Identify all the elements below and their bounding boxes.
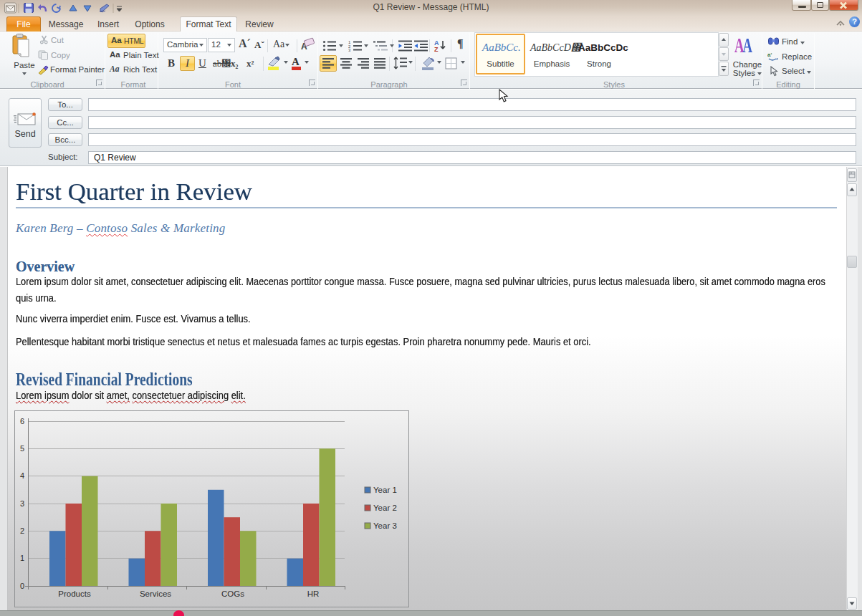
svg-text:Products: Products <box>58 589 91 598</box>
svg-text:Z: Z <box>434 46 439 52</box>
svg-text:0: 0 <box>20 582 24 590</box>
svg-text:5: 5 <box>20 444 24 453</box>
svg-text:2: 2 <box>20 526 24 535</box>
svg-text:1: 1 <box>20 554 24 562</box>
svg-text:HR: HR <box>307 589 320 598</box>
svg-text:3: 3 <box>348 48 351 52</box>
svg-text:Services: Services <box>140 589 171 598</box>
svg-text:4: 4 <box>20 471 24 480</box>
svg-text:3: 3 <box>20 499 24 508</box>
svg-text:6: 6 <box>20 417 24 425</box>
svg-text:Year 3: Year 3 <box>373 521 397 530</box>
svg-text:aʹ: aʹ <box>767 52 772 58</box>
svg-text:COGs: COGs <box>221 589 244 598</box>
svg-text:Year 2: Year 2 <box>373 504 397 512</box>
svg-text:Year 1: Year 1 <box>373 486 397 494</box>
